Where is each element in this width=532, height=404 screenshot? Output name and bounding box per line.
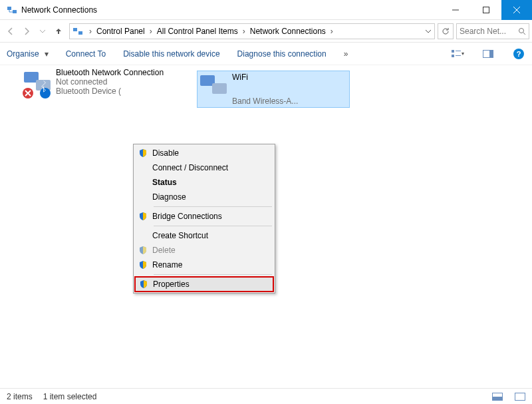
chevron-right-icon: › [146,27,156,36]
back-button[interactable] [3,23,19,39]
ctx-properties[interactable]: Properties [134,276,274,292]
menu-separator [154,206,272,207]
network-adapter-icon [198,71,229,103]
minimize-button[interactable] [440,0,471,20]
status-item-count: 2 items [7,392,33,401]
adapter-name: WiFi [232,73,298,82]
up-button[interactable] [51,23,66,39]
svg-line-9 [523,33,525,35]
preview-pane-button[interactable] [481,47,495,61]
chevron-right-icon: › [86,27,95,36]
close-button[interactable] [501,0,532,20]
large-icons-view-button[interactable] [515,393,525,401]
adapter-bluetooth[interactable]: Bluetooth Network Connection Not connect… [21,68,181,100]
chevron-right-icon: › [327,27,336,36]
refresh-button[interactable] [438,23,454,39]
breadcrumb-seg-1[interactable]: Control Panel [95,27,146,36]
shield-icon [138,212,148,221]
ctx-diagnose[interactable]: Diagnose [135,190,273,204]
adapter-status: Not connected [56,77,164,87]
shield-icon [138,148,148,158]
shield-icon [139,280,148,289]
svg-rect-11 [456,51,461,51]
adapter-device: Band Wireless-A... [232,97,298,106]
statusbar: 2 items 1 item selected [0,388,532,404]
ctx-shortcut[interactable]: Create Shortcut [135,228,273,243]
shield-icon [138,260,148,270]
network-adapter-icon [21,68,53,100]
organise-menu[interactable]: Organise [7,49,39,59]
titlebar: Network Connections [0,0,532,20]
svg-rect-12 [452,55,454,57]
ctx-disable[interactable]: Disable [135,146,273,160]
chevron-down-icon[interactable] [425,28,432,35]
svg-rect-21 [212,83,227,94]
diagnose-connection-button[interactable]: Diagnose this connection [237,49,327,59]
breadcrumb[interactable]: › Control Panel › All Control Panel Item… [69,23,435,39]
chevron-down-icon[interactable]: ▾ [45,49,49,59]
search-placeholder: Search Net... [460,27,506,36]
window-title: Network Connections [21,5,97,15]
svg-point-8 [519,28,524,33]
ctx-delete: Delete [135,243,273,258]
connect-to-button[interactable]: Connect To [66,49,106,59]
adapter-wifi[interactable]: WiFi Band Wireless-A... [197,71,350,108]
recent-dropdown[interactable] [35,23,51,39]
content-area: Bluetooth Network Connection Not connect… [0,65,532,385]
svg-rect-0 [7,7,11,10]
ctx-connect[interactable]: Connect / Disconnect [135,160,273,175]
svg-rect-3 [483,7,489,13]
chevron-right-icon: › [239,27,249,36]
menu-separator [154,274,272,275]
view-options-button[interactable]: ▾ [451,47,464,61]
maximize-button[interactable] [471,0,501,20]
svg-point-19 [40,88,51,99]
svg-rect-10 [452,50,454,53]
app-icon [7,5,17,15]
help-button[interactable]: ? [512,47,525,61]
ctx-status[interactable]: Status [135,175,273,190]
search-icon [518,27,526,35]
svg-rect-7 [78,31,82,35]
status-selected-count: 1 item selected [43,392,97,401]
disable-device-button[interactable]: Disable this network device [123,49,219,59]
search-input[interactable]: Search Net... [456,23,529,39]
control-panel-icon [72,26,83,37]
adapter-device: Bluetooth Device ( [56,87,164,96]
overflow-chevrons-icon[interactable]: » [344,49,348,59]
shield-icon [138,246,148,255]
breadcrumb-seg-3[interactable]: Network Connections [249,27,327,36]
details-view-button[interactable] [492,393,503,401]
menu-separator [154,226,272,226]
navbar: › Control Panel › All Control Panel Item… [0,20,532,43]
svg-rect-13 [456,55,461,56]
ctx-bridge[interactable]: Bridge Connections [135,209,273,224]
svg-rect-1 [13,10,17,13]
svg-rect-6 [73,28,77,31]
breadcrumb-seg-2[interactable]: All Control Panel Items [156,27,239,36]
forward-button[interactable] [19,23,35,39]
toolbar: Organise ▾ Connect To Disable this netwo… [0,43,532,65]
adapter-name: Bluetooth Network Connection [56,68,164,77]
context-menu: Disable Connect / Disconnect Status Diag… [133,144,275,294]
svg-rect-15 [489,51,493,57]
ctx-rename[interactable]: Rename [135,258,273,272]
